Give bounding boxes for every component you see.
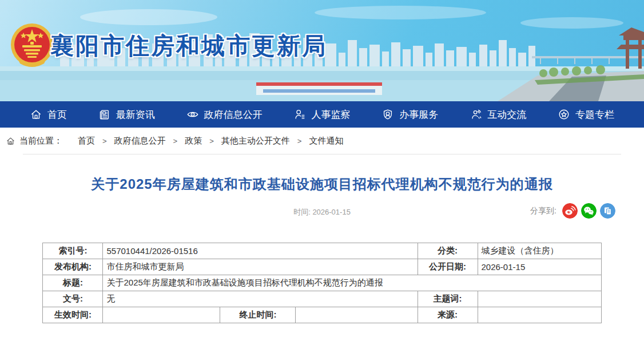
doc-title-value: 关于2025年房屋建筑和市政基础设施项目招标代理机构不规范行为的通报 <box>103 275 601 291</box>
nav-item-home[interactable]: 首页 <box>30 108 67 121</box>
page-title: 关于2025年房屋建筑和市政基础设施项目招标代理机构不规范行为的通报 <box>0 175 644 193</box>
nav-item-label: 人事监察 <box>311 108 350 121</box>
main-navigation: 首页 最新资讯 政府信息公开 人事监察 办事服务 互动交流 专题专栏 <box>0 101 644 128</box>
nav-item-personnel[interactable]: 人事监察 <box>293 108 350 121</box>
table-row: 索引号: 557010441/2026-01516 分类: 城乡建设（含住房） <box>43 243 601 259</box>
news-icon <box>98 108 111 121</box>
doc-number-value: 无 <box>103 291 418 307</box>
document-meta-table: 索引号: 557010441/2026-01516 分类: 城乡建设（含住房） … <box>42 243 601 323</box>
publish-time-label: 时间: <box>293 208 311 216</box>
breadcrumb: 当前位置： 首页 > 政府信息公开 > 政策 > 其他主动公开文件 > 文件通知 <box>0 128 644 154</box>
keywords-value <box>478 291 601 307</box>
effective-date-label: 生效时间: <box>43 307 103 323</box>
category-label: 分类: <box>418 243 478 259</box>
publish-time-value: 2026-01-15 <box>312 208 351 216</box>
agency-label: 发布机构: <box>43 259 103 275</box>
effective-date-value <box>103 307 220 323</box>
national-emblem-icon <box>10 21 54 72</box>
doc-title-label: 标题: <box>43 275 103 291</box>
star-circle-icon <box>558 108 570 121</box>
breadcrumb-item-other-public-docs[interactable]: 其他主动公开文件 <box>221 136 290 146</box>
agency-value: 市住房和城市更新局 <box>103 259 418 275</box>
site-title: 襄阳市住房和城市更新局 <box>50 30 327 62</box>
nav-item-label: 最新资讯 <box>116 108 155 121</box>
shield-icon <box>381 108 394 121</box>
breadcrumb-separator: > <box>173 137 178 145</box>
wechat-share-button[interactable] <box>581 203 597 219</box>
breadcrumb-item-doc-notice[interactable]: 文件通知 <box>309 136 343 146</box>
publish-date-value: 2026-01-15 <box>478 259 601 275</box>
breadcrumb-item-home[interactable]: 首页 <box>78 136 95 146</box>
article-meta-row: 时间: 2026-01-15 分享到: <box>0 203 644 220</box>
nav-item-label: 专题专栏 <box>575 108 614 121</box>
table-row: 标题: 关于2025年房屋建筑和市政基础设施项目招标代理机构不规范行为的通报 <box>43 275 601 291</box>
expiry-date-value <box>296 307 418 323</box>
home-icon <box>6 136 15 146</box>
breadcrumb-separator: > <box>209 137 214 145</box>
nav-item-label: 政府信息公开 <box>204 108 263 121</box>
table-row: 发布机构: 市住房和城市更新局 公开日期: 2026-01-15 <box>43 259 601 275</box>
publish-date-label: 公开日期: <box>418 259 478 275</box>
nav-item-gov-info[interactable]: 政府信息公开 <box>186 108 263 121</box>
table-row: 文号: 无 主题词: <box>43 291 601 307</box>
source-label: 来源: <box>418 307 478 323</box>
index-number-label: 索引号: <box>43 243 103 259</box>
header-banner: 襄阳市住房和城市更新局 <box>0 0 644 101</box>
nav-item-label: 办事服务 <box>399 108 438 121</box>
table-row: 生效时间: 终止时间: 来源: <box>43 307 601 323</box>
home-icon <box>30 108 42 121</box>
breadcrumb-divider <box>23 154 621 154</box>
nav-item-label: 首页 <box>47 108 67 121</box>
nav-item-interaction[interactable]: 互动交流 <box>470 108 526 121</box>
breadcrumb-item-policy[interactable]: 政策 <box>185 136 202 146</box>
breadcrumb-separator: > <box>102 137 107 145</box>
index-number-value: 557010441/2026-01516 <box>103 243 418 259</box>
doc-number-label: 文号: <box>43 291 103 307</box>
keywords-label: 主题词: <box>418 291 478 307</box>
share-toolbar: 分享到: <box>530 203 615 219</box>
nav-item-services[interactable]: 办事服务 <box>381 108 438 121</box>
category-value: 城乡建设（含住房） <box>478 243 601 259</box>
eye-icon <box>186 108 199 121</box>
person-list-icon <box>293 108 306 121</box>
share-label: 分享到: <box>530 206 556 216</box>
nav-item-news[interactable]: 最新资讯 <box>98 108 155 121</box>
chat-people-icon <box>470 108 482 121</box>
copy-link-share-button[interactable] <box>600 203 615 219</box>
nav-item-special-topics[interactable]: 专题专栏 <box>558 108 614 121</box>
breadcrumb-prefix: 当前位置： <box>19 136 62 146</box>
source-value <box>478 307 601 323</box>
expiry-date-label: 终止时间: <box>220 307 296 323</box>
breadcrumb-item-gov-info[interactable]: 政府信息公开 <box>114 136 166 146</box>
breadcrumb-separator: > <box>297 137 302 145</box>
weibo-share-button[interactable] <box>562 203 578 219</box>
nav-item-label: 互动交流 <box>487 108 526 121</box>
